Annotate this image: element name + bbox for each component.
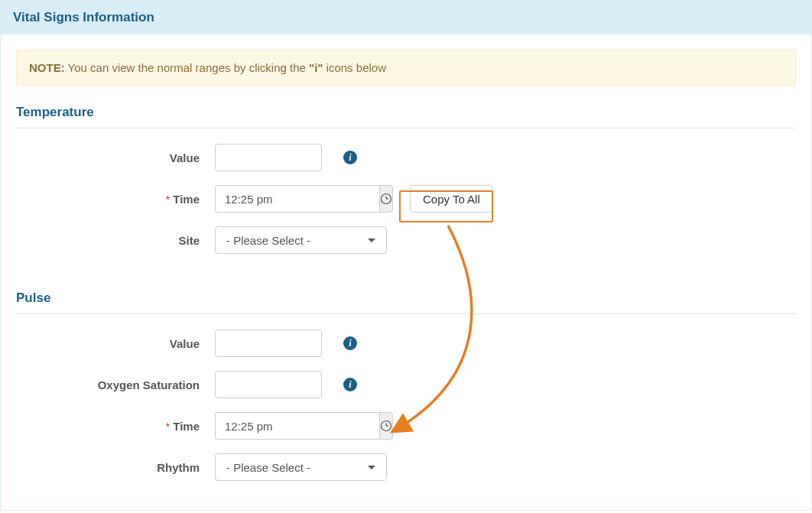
panel-body: NOTE: You can view the normal ranges by … (1, 34, 811, 510)
temperature-time-input[interactable] (215, 185, 379, 213)
vital-signs-panel: Vital Signs Information NOTE: You can vi… (0, 0, 812, 511)
temperature-time-label: *Time (16, 193, 215, 206)
temperature-site-select[interactable]: - Please Select - (215, 226, 387, 254)
pulse-rhythm-label: Rhythm (16, 461, 215, 474)
pulse-value-row: Value i (16, 330, 796, 357)
pulse-value-input[interactable] (215, 330, 322, 357)
copy-to-all-button[interactable]: Copy To All (410, 185, 493, 213)
section-title-pulse: Pulse (16, 291, 796, 306)
chevron-down-icon (368, 239, 375, 242)
divider (16, 128, 796, 128)
note-bold: NOTE: (29, 61, 65, 74)
panel-title: Vital Signs Information (13, 10, 154, 24)
chevron-down-icon (368, 466, 375, 469)
clock-icon-svg (380, 193, 392, 205)
temperature-site-row: Site - Please Select - (16, 226, 796, 254)
panel-header: Vital Signs Information (1, 1, 811, 34)
required-star: * (165, 420, 170, 433)
temperature-value-label: Value (16, 151, 215, 164)
pulse-oxy-row: Oxygen Saturation i (16, 371, 796, 398)
pulse-time-label-text: Time (173, 420, 200, 433)
pulse-rhythm-row: Rhythm - Please Select - (16, 453, 796, 481)
pulse-time-input[interactable] (215, 412, 379, 440)
info-icon[interactable]: i (343, 378, 357, 391)
temperature-site-label: Site (16, 234, 215, 247)
pulse-oxy-label: Oxygen Saturation (16, 378, 215, 391)
temperature-value-row: Value i (16, 144, 796, 171)
pulse-time-label: *Time (16, 420, 215, 433)
clock-icon-svg (380, 420, 392, 432)
pulse-value-label: Value (16, 337, 215, 350)
required-star: * (165, 193, 170, 206)
clock-icon[interactable] (379, 412, 393, 440)
note-text-after: icons below (323, 61, 386, 74)
temperature-time-label-text: Time (173, 193, 200, 206)
pulse-time-group (215, 412, 387, 440)
pulse-oxy-input[interactable] (215, 371, 322, 398)
note-text-before: You can view the normal ranges by clicki… (65, 61, 309, 74)
pulse-rhythm-select[interactable]: - Please Select - (215, 453, 387, 481)
note-box: NOTE: You can view the normal ranges by … (16, 50, 796, 86)
pulse-rhythm-selected: - Please Select - (226, 461, 310, 474)
info-icon[interactable]: i (343, 336, 357, 350)
clock-icon[interactable] (379, 185, 393, 213)
pulse-time-row: *Time (16, 412, 796, 440)
divider (16, 313, 796, 314)
temperature-value-input[interactable] (215, 144, 322, 171)
temperature-time-row: *Time Copy To All (16, 185, 796, 213)
temperature-time-group (215, 185, 387, 213)
info-icon[interactable]: i (343, 151, 357, 164)
temperature-site-selected: - Please Select - (226, 234, 310, 247)
section-title-temperature: Temperature (16, 105, 796, 120)
note-quoted: "i" (309, 61, 323, 74)
